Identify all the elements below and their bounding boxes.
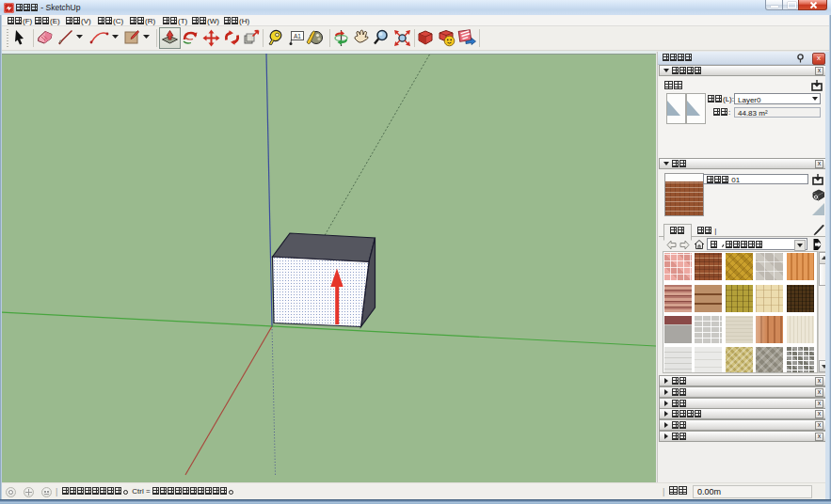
svg-text:A1: A1: [294, 33, 301, 39]
